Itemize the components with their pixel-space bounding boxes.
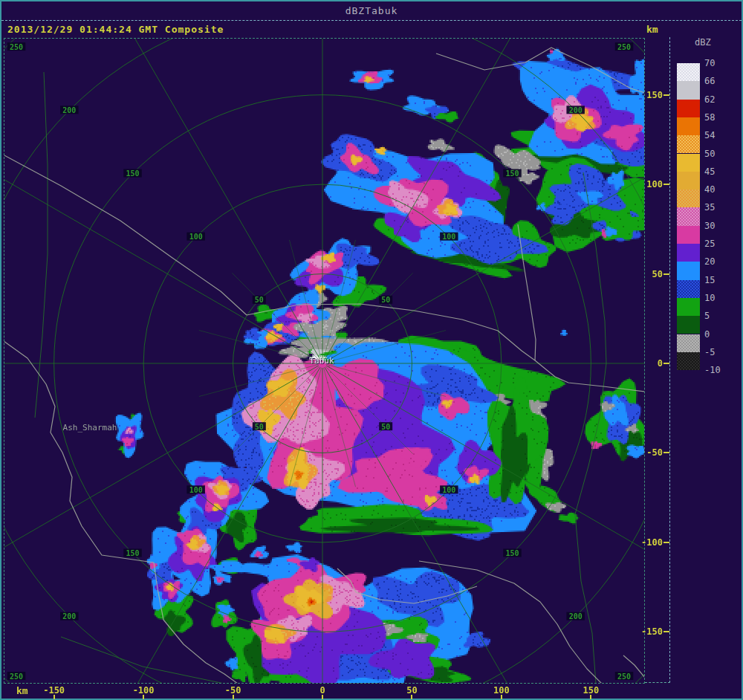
right-axis-tick-label: -100 (641, 537, 663, 548)
range-ring-label: 200 (569, 106, 583, 114)
azimuth-spoke (77, 367, 320, 683)
colorbar-tick-label: 62 (704, 94, 715, 105)
azimuth-spoke (325, 366, 412, 453)
bottom-axis-tick-label: -100 (133, 685, 155, 696)
colorbar-title: dBZ (695, 37, 711, 48)
right-axis-unit-label: km (646, 24, 658, 35)
bottom-axis-tick-label: 150 (583, 685, 600, 696)
right-axis-tick-label: -50 (646, 447, 663, 458)
bottom-axis-tick-mark (322, 695, 323, 699)
colorbar-swatch (677, 316, 700, 334)
right-axis-tick-mark (663, 363, 669, 364)
right-axis-tick-label: 100 (646, 179, 663, 189)
bottom-axis-tick-mark (143, 695, 144, 699)
azimuth-spoke (325, 367, 568, 683)
colorbar-swatch (677, 81, 700, 99)
graticule-line (35, 72, 48, 418)
geo-boundary-line (337, 568, 477, 603)
colorbar-tick-label: 70 (704, 58, 715, 68)
colorbar-swatch (677, 189, 700, 207)
radar-map-display: 5050505010010010010015015015015020020020… (4, 38, 645, 684)
colorbar-tick-label: 10 (704, 293, 715, 303)
colorbar-panel: dBZ 706662585450454035302520151050-5-10 (670, 21, 742, 699)
colorbar-swatch (677, 135, 700, 153)
bottom-axis-tick-mark (53, 695, 55, 699)
azimuth-spoke (289, 368, 321, 487)
info-row: 2013/12/29 01:44:24 GMT Composite km (1, 21, 742, 37)
range-ring-label: 100 (442, 233, 455, 241)
colorbar-tick-label: 20 (704, 256, 715, 267)
colorbar-swatch (677, 352, 700, 370)
colorbar-tick-label: 40 (704, 184, 715, 195)
right-axis-tick-mark (663, 542, 669, 543)
right-axis-tick-mark (663, 184, 669, 185)
azimuth-spoke (326, 366, 644, 609)
colorbar-tick-label: 30 (704, 221, 715, 231)
azimuth-spoke (77, 39, 320, 360)
range-ring-label: 200 (62, 106, 76, 114)
radar-app-window: dBZTabuk 2013/12/29 01:44:24 GMT Composi… (0, 0, 743, 700)
colorbar-tick-label: 58 (704, 112, 715, 123)
range-ring-label: 250 (10, 673, 23, 681)
bottom-axis-tick-mark (233, 695, 234, 699)
colorbar-swatch (677, 172, 700, 189)
title-bar[interactable]: dBZTabuk (1, 1, 742, 21)
range-ring-label: 50 (255, 423, 264, 431)
colorbar-swatch (677, 334, 700, 352)
range-ring-label: 50 (255, 296, 264, 304)
colorbar-tick-label: -5 (704, 347, 715, 357)
bottom-axis-unit-label: km (16, 685, 28, 696)
azimuth-spoke (326, 118, 644, 361)
range-ring-label: 250 (617, 673, 631, 681)
bottom-axis-tick-mark (501, 695, 502, 699)
range-ring-label: 150 (505, 549, 519, 557)
geo-boundary-line (247, 304, 644, 392)
graticule-line (61, 637, 224, 683)
bottom-axis-tick-mark (590, 695, 591, 699)
right-axis-tick-label: -150 (641, 626, 663, 637)
right-axis-tick-mark (663, 452, 669, 453)
bottom-axis-tick-label: 100 (493, 685, 510, 696)
bottom-axis-tick-label: 50 (406, 685, 417, 696)
azimuth-spoke (324, 240, 356, 359)
window-title: dBZTabuk (345, 5, 398, 16)
colorbar-swatch (677, 298, 700, 316)
colorbar-tick-label: 54 (704, 130, 715, 140)
right-axis-tick-mark (663, 94, 669, 96)
azimuth-spoke (232, 366, 319, 453)
azimuth-spoke (324, 368, 356, 487)
map-grid-overlay: 5050505010010010010015015015015020020020… (4, 39, 644, 683)
colorbar-swatch (677, 100, 700, 117)
colorbar-tick-label: 50 (704, 149, 715, 159)
right-axis-tick-label: 0 (658, 358, 663, 369)
colorbar-swatch (677, 63, 700, 81)
range-ring-label: 100 (189, 233, 203, 241)
geo-boundary-line (4, 154, 247, 315)
colorbar-swatch (677, 280, 700, 298)
colorbar-tick-label: 66 (704, 76, 715, 86)
range-ring-label: 250 (617, 43, 631, 51)
colorbar-swatch (677, 226, 700, 244)
range-ring-label: 250 (10, 43, 23, 51)
bottom-axis-tick-label: -150 (43, 685, 65, 696)
graticule-line (575, 172, 606, 683)
timestamp-label: 2013/12/29 01:44:24 GMT Composite (7, 24, 224, 35)
geo-boundary-line (419, 561, 602, 683)
colorbar-swatch (677, 154, 700, 172)
colorbar-swatch (677, 207, 700, 225)
azimuth-spoke (325, 273, 412, 360)
colorbar-swatch (677, 262, 700, 279)
range-ring-label: 150 (126, 549, 139, 557)
azimuth-spoke (232, 273, 319, 360)
azimuth-spoke (4, 366, 319, 609)
bottom-axis: km -150-100-50050100150 (1, 683, 669, 699)
right-axis-tick-mark (663, 631, 669, 632)
range-ring-label: 200 (569, 612, 583, 620)
geo-boundary-line (4, 340, 238, 683)
range-ring-label: 200 (62, 612, 76, 620)
azimuth-spoke (289, 240, 321, 359)
azimuth-spoke (4, 118, 319, 361)
colorbar-swatch (677, 117, 700, 135)
range-ring-label: 50 (381, 296, 390, 304)
bottom-axis-tick-mark (411, 695, 412, 699)
